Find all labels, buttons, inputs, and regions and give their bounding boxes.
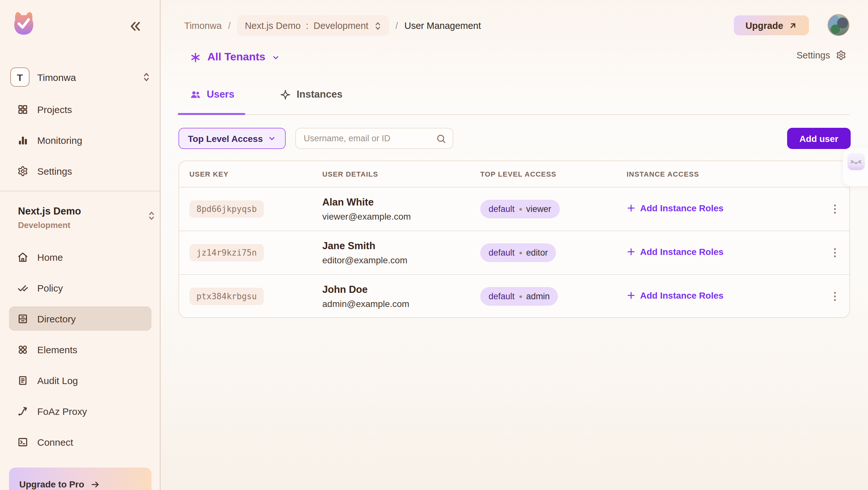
upgrade-to-pro-banner[interactable]: Upgrade to Pro — [9, 467, 152, 490]
badge-role: viewer — [526, 204, 551, 214]
sidebar-item-label: Settings — [37, 165, 72, 176]
breadcrumb-project: Next.js Demo — [245, 21, 301, 31]
add-instance-roles-link[interactable]: Add Instance Roles — [627, 247, 723, 257]
sidebar: T Timonwa Projects Monitoring — [0, 0, 160, 490]
cell-user-key: ptx384krbgsu — [189, 288, 322, 305]
user-key-pill[interactable]: jz14r9kzi75n — [189, 244, 264, 262]
user-avatar[interactable] — [828, 14, 849, 36]
badge-role: admin — [526, 292, 550, 301]
sidebar-item-audit-log[interactable]: Audit Log — [9, 368, 152, 392]
up-down-chevron-icon — [374, 21, 381, 31]
kebab-menu-icon — [830, 247, 839, 258]
cell-user-details: Jane Smith editor@example.com — [322, 240, 480, 265]
plus-icon — [627, 291, 636, 300]
home-icon — [17, 251, 28, 263]
top-level-access-filter[interactable]: Top Level Access — [179, 128, 286, 149]
plus-icon — [627, 204, 636, 213]
arrow-right-icon — [91, 480, 100, 489]
user-email: viewer@example.com — [322, 211, 480, 221]
sidebar-item-home[interactable]: Home — [9, 245, 152, 269]
tab-users[interactable]: Users — [190, 89, 234, 100]
sidebar-item-label: Connect — [37, 436, 73, 447]
up-down-chevron-icon — [148, 211, 155, 221]
add-instance-roles-label: Add Instance Roles — [640, 247, 723, 257]
users-table: USER KEY USER DETAILS TOP LEVEL ACCESS I… — [179, 160, 850, 318]
app-viewport: T Timonwa Projects Monitoring — [0, 0, 868, 490]
circles-icon — [17, 344, 28, 355]
row-menu-button[interactable] — [826, 243, 843, 262]
upgrade-to-pro-label: Upgrade to Pro — [19, 479, 84, 489]
workspace-name: Timonwa — [37, 71, 143, 83]
search-input[interactable] — [304, 133, 436, 143]
feedback-face-button[interactable]: >ᴗ< — [847, 153, 865, 170]
breadcrumb-separator: / — [228, 21, 231, 31]
badge-dot-icon — [519, 251, 522, 254]
access-badge[interactable]: default editor — [480, 243, 556, 262]
cell-instance-access: Add Instance Roles — [627, 247, 830, 259]
row-menu-button[interactable] — [826, 287, 843, 306]
user-search — [295, 128, 453, 149]
settings-link[interactable]: Settings — [797, 50, 846, 60]
plus-icon — [627, 247, 636, 256]
badge-tenant: default — [489, 292, 515, 301]
cell-top-level-access: default editor — [480, 243, 627, 262]
sidebar-item-directory[interactable]: Directory — [9, 306, 152, 331]
workspace-selector[interactable]: T Timonwa — [10, 66, 150, 88]
sidebar-item-elements[interactable]: Elements — [9, 337, 152, 362]
cell-user-details: John Doe admin@example.com — [322, 284, 480, 309]
users-icon — [190, 89, 201, 100]
sidebar-collapse-button[interactable] — [127, 18, 144, 35]
table-header-row: USER KEY USER DETAILS TOP LEVEL ACCESS I… — [179, 161, 849, 187]
route-arrow-icon — [17, 405, 28, 417]
sidebar-item-foaz-proxy[interactable]: FoAz Proxy — [9, 399, 152, 423]
breadcrumb-project-env-selector[interactable]: Next.js Demo : Development — [237, 16, 389, 36]
search-icon — [436, 133, 446, 144]
sidebar-item-monitoring[interactable]: Monitoring — [9, 128, 152, 152]
upgrade-button[interactable]: Upgrade — [734, 16, 809, 35]
kebab-menu-icon — [830, 291, 839, 302]
tab-instances-label: Instances — [297, 89, 342, 100]
user-name: Jane Smith — [322, 240, 480, 252]
project-name: Next.js Demo — [18, 206, 146, 217]
project-selector[interactable]: Next.js Demo Development — [18, 206, 146, 230]
cell-instance-access: Add Instance Roles — [627, 290, 830, 303]
cell-user-details: Alan White viewer@example.com — [322, 196, 480, 221]
user-key-pill[interactable]: ptx384krbgsu — [189, 288, 264, 305]
workspace-badge: T — [10, 67, 30, 87]
asterisk-icon — [190, 52, 201, 63]
sidebar-divider — [0, 191, 160, 191]
grid-icon — [17, 103, 28, 115]
add-instance-roles-link[interactable]: Add Instance Roles — [627, 290, 723, 301]
access-badge[interactable]: default viewer — [480, 200, 559, 218]
sidebar-item-label: Audit Log — [37, 375, 78, 386]
add-instance-roles-link[interactable]: Add Instance Roles — [627, 203, 723, 213]
breadcrumb-project-env-separator: : — [306, 21, 309, 31]
sidebar-item-projects[interactable]: Projects — [9, 97, 152, 121]
user-email: admin@example.com — [322, 299, 480, 309]
column-header-user-key: USER KEY — [189, 170, 322, 178]
up-down-chevron-icon — [143, 72, 150, 82]
column-header-top-level-access: TOP LEVEL ACCESS — [480, 170, 627, 178]
cell-instance-access: Add Instance Roles — [627, 203, 830, 215]
feedback-widget: >ᴗ< — [843, 148, 868, 186]
sidebar-item-policy[interactable]: Policy — [9, 276, 152, 300]
access-badge[interactable]: default admin — [480, 287, 558, 306]
breadcrumb-workspace[interactable]: Timonwa — [184, 21, 222, 31]
sidebar-item-settings[interactable]: Settings — [9, 159, 152, 183]
chevron-down-icon — [268, 134, 276, 143]
cell-user-key: 8pd66jkpyqsb — [189, 201, 322, 218]
tab-instances[interactable]: Instances — [280, 89, 342, 100]
add-instance-roles-label: Add Instance Roles — [640, 290, 723, 301]
app-logo-icon — [11, 10, 36, 36]
tab-users-label: Users — [207, 89, 234, 100]
row-menu-button[interactable] — [826, 200, 843, 219]
user-key-pill[interactable]: 8pd66jkpyqsb — [189, 201, 264, 218]
kebab-menu-icon — [830, 204, 839, 214]
chevron-down-icon — [272, 53, 280, 61]
project-environment: Development — [18, 220, 146, 230]
badge-dot-icon — [519, 295, 522, 298]
table-row: 8pd66jkpyqsb Alan White viewer@example.c… — [179, 187, 849, 231]
tenant-selector[interactable]: All Tenants — [190, 48, 280, 67]
sidebar-item-connect[interactable]: Connect — [9, 430, 152, 454]
add-user-button[interactable]: Add user — [787, 128, 851, 149]
